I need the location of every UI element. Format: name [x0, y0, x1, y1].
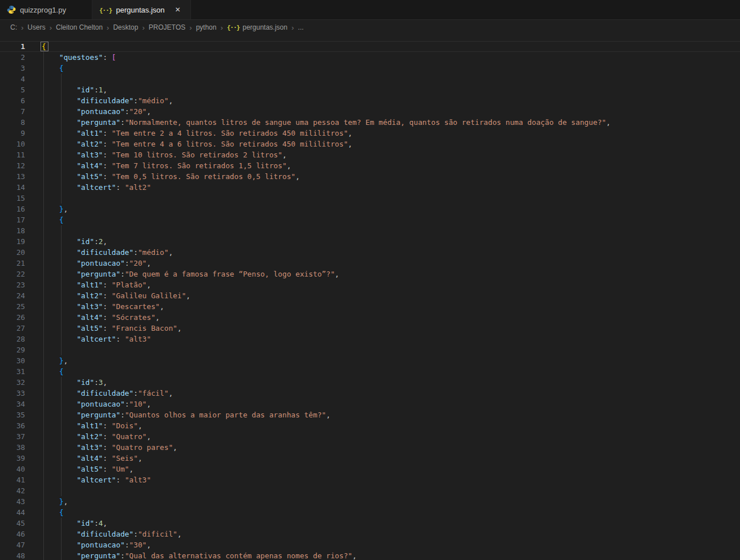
line-number[interactable]: 42 [0, 485, 25, 496]
line-number[interactable]: 29 [0, 344, 25, 355]
line-number[interactable]: 22 [0, 269, 25, 279]
line-number[interactable]: 48 [0, 550, 25, 560]
code-line[interactable]: 42 [0, 485, 740, 496]
line-number[interactable]: 41 [0, 474, 25, 485]
line-number[interactable]: 13 [0, 171, 25, 182]
code-line[interactable]: 10 "alt2": "Tem entre 4 a 6 litros. São … [0, 139, 740, 149]
line-number[interactable]: 21 [0, 258, 25, 269]
line-number[interactable]: 33 [0, 388, 25, 399]
code-line[interactable]: 20 "dificuldade":"médio", [0, 247, 740, 258]
code-line[interactable]: 15 [0, 193, 740, 204]
line-number[interactable]: 7 [0, 106, 25, 117]
code-editor[interactable]: 1{2 "questoes": [3 {45 "id":1,6 "dificul… [0, 35, 740, 560]
code-line[interactable]: 22 "pergunta":"De quem é a famosa frase … [0, 269, 740, 279]
line-number[interactable]: 25 [0, 301, 25, 312]
line-number[interactable]: 11 [0, 149, 25, 160]
line-number[interactable]: 16 [0, 204, 25, 214]
line-number[interactable]: 4 [0, 74, 25, 84]
code-line[interactable]: 17 { [0, 214, 740, 225]
line-number[interactable]: 36 [0, 420, 25, 431]
code-line[interactable]: 41 "altcert": "alt3" [0, 474, 740, 485]
line-number[interactable]: 32 [0, 377, 25, 388]
line-number[interactable]: 38 [0, 442, 25, 453]
line-number[interactable]: 46 [0, 529, 25, 539]
code-line[interactable]: 21 "pontuacao":"20", [0, 258, 740, 269]
line-number[interactable]: 14 [0, 182, 25, 193]
code-line[interactable]: 18 [0, 225, 740, 236]
breadcrumb-item[interactable]: Cleiton Chelton [46, 23, 103, 32]
code-line[interactable]: 11 "alt3": "Tem 10 litros. São retirados… [0, 149, 740, 160]
line-number[interactable]: 45 [0, 518, 25, 529]
code-line[interactable]: 38 "alt3": "Quatro pares", [0, 442, 740, 453]
breadcrumb-item[interactable]: perguntas.json [217, 23, 288, 32]
line-number[interactable]: 24 [0, 290, 25, 301]
line-number[interactable]: 31 [0, 366, 25, 377]
code-line[interactable]: 19 "id":2, [0, 236, 740, 247]
breadcrumb-item[interactable]: Desktop [103, 23, 138, 32]
code-line[interactable]: 47 "pontuacao":"30", [0, 539, 740, 550]
line-number[interactable]: 1 [0, 41, 25, 52]
code-line[interactable]: 45 "id":4, [0, 518, 740, 529]
code-line[interactable]: 33 "dificuldade":"fácil", [0, 388, 740, 399]
code-line[interactable]: 9 "alt1": "Tem entre 2 a 4 litros. São r… [0, 128, 740, 139]
code-line[interactable]: 26 "alt4": "Sócrates", [0, 312, 740, 323]
code-line[interactable]: 13 "alt5": "Tem 0,5 litros. São retirado… [0, 171, 740, 182]
close-icon[interactable] [172, 4, 184, 15]
code-line[interactable]: 4 [0, 74, 740, 84]
code-line[interactable]: 32 "id":3, [0, 377, 740, 388]
line-number[interactable]: 44 [0, 507, 25, 518]
code-line[interactable]: 37 "alt2": "Quatro", [0, 431, 740, 442]
code-line[interactable]: 12 "alt4": "Tem 7 litros. São retirados … [0, 160, 740, 171]
line-number[interactable]: 37 [0, 431, 25, 442]
breadcrumb-item[interactable]: C: [10, 23, 17, 31]
code-line[interactable]: 36 "alt1": "Dois", [0, 420, 740, 431]
code-line[interactable]: 14 "altcert": "alt2" [0, 182, 740, 193]
line-number[interactable]: 47 [0, 539, 25, 550]
line-number[interactable]: 10 [0, 139, 25, 149]
code-line[interactable]: 8 "pergunta":"Normalmente, quantos litro… [0, 117, 740, 128]
line-number[interactable]: 30 [0, 355, 25, 366]
code-line[interactable]: 29 [0, 344, 740, 355]
code-line[interactable]: 44 { [0, 507, 740, 518]
breadcrumb-item[interactable]: python [185, 23, 216, 32]
code-line[interactable]: 40 "alt5": "Um", [0, 464, 740, 474]
line-number[interactable]: 39 [0, 453, 25, 464]
code-line[interactable]: 7 "pontuacao":"20", [0, 106, 740, 117]
code-line[interactable]: 23 "alt1": "Platão", [0, 279, 740, 290]
code-line[interactable]: 31 { [0, 366, 740, 377]
line-number[interactable]: 17 [0, 214, 25, 225]
line-number[interactable]: 3 [0, 63, 25, 74]
code-line[interactable]: 1{ [0, 41, 740, 52]
code-line[interactable]: 5 "id":1, [0, 84, 740, 95]
line-number[interactable]: 5 [0, 84, 25, 95]
tab-perguntas-json[interactable]: perguntas.json [92, 0, 191, 19]
line-number[interactable]: 2 [0, 52, 25, 63]
line-number[interactable]: 43 [0, 496, 25, 507]
code-line[interactable]: 34 "pontuacao":"10", [0, 399, 740, 409]
code-line[interactable]: 48 "pergunta":"Qual das alternativas con… [0, 550, 740, 560]
code-line[interactable]: 27 "alt5": "Francis Bacon", [0, 323, 740, 334]
code-line[interactable]: 43 }, [0, 496, 740, 507]
code-line[interactable]: 6 "dificuldade":"médio", [0, 95, 740, 106]
breadcrumb-item[interactable]: Users [17, 23, 46, 32]
line-number[interactable]: 6 [0, 95, 25, 106]
line-number[interactable]: 23 [0, 279, 25, 290]
code-line[interactable]: 39 "alt4": "Seis", [0, 453, 740, 464]
code-line[interactable]: 46 "dificuldade":"dificil", [0, 529, 740, 539]
tab-quizzprog1-py[interactable]: quizzprog1.py [0, 0, 92, 19]
line-number[interactable]: 18 [0, 225, 25, 236]
line-number[interactable]: 20 [0, 247, 25, 258]
code-line[interactable]: 35 "pergunta":"Quantos olhos a maior par… [0, 409, 740, 420]
line-number[interactable]: 28 [0, 334, 25, 344]
line-number[interactable]: 15 [0, 193, 25, 204]
line-number[interactable]: 34 [0, 399, 25, 409]
line-number[interactable]: 27 [0, 323, 25, 334]
code-line[interactable]: 30 }, [0, 355, 740, 366]
line-number[interactable]: 19 [0, 236, 25, 247]
code-line[interactable]: 24 "alt2": "Galileu Galilei", [0, 290, 740, 301]
breadcrumb-item[interactable]: ... [287, 23, 303, 32]
line-number[interactable]: 12 [0, 160, 25, 171]
code-line[interactable]: 2 "questoes": [ [0, 52, 740, 63]
breadcrumb-item[interactable]: PROJETOS [138, 23, 185, 32]
code-line[interactable]: 25 "alt3": "Descartes", [0, 301, 740, 312]
